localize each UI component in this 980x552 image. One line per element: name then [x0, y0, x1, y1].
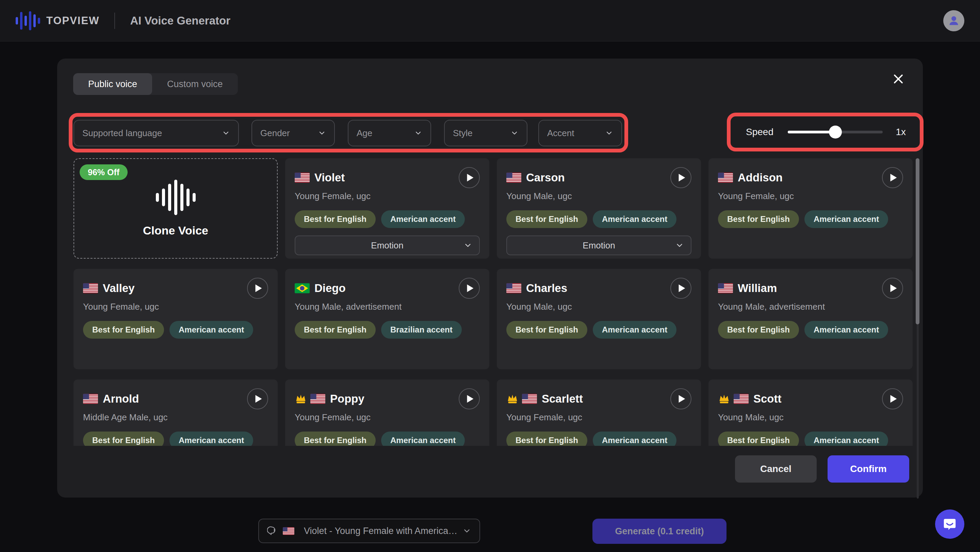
- voice-card-violet[interactable]: Violet Young Female, ugc Best for Englis…: [285, 158, 489, 259]
- play-icon: [889, 173, 898, 182]
- best-for-tag: Best for English: [295, 210, 375, 228]
- play-voice-button[interactable]: [670, 167, 692, 188]
- voice-description: Young Male, ugc: [718, 412, 903, 423]
- accent-tag: American accent: [381, 431, 465, 446]
- voice-name: Poppy: [330, 392, 364, 405]
- voice-card-charles[interactable]: Charles Young Male, ugc Best for English…: [497, 269, 701, 369]
- voice-tags: Best for English American accent: [295, 210, 480, 228]
- play-voice-button[interactable]: [459, 388, 480, 409]
- best-for-tag: Best for English: [506, 210, 587, 228]
- emotion-label: Emotion: [371, 240, 403, 251]
- filter-accent[interactable]: Accent: [538, 120, 622, 146]
- accent-tag: American accent: [593, 431, 676, 446]
- premium-crown-icon: [718, 393, 730, 405]
- filter-label: Age: [356, 128, 372, 138]
- voice-tags: Best for English American accent: [295, 431, 480, 446]
- play-icon: [466, 395, 474, 403]
- play-voice-button[interactable]: [882, 278, 903, 299]
- topview-logo-icon: [16, 11, 40, 31]
- voice-name: Valley: [103, 282, 135, 295]
- chevron-down-icon: [463, 527, 471, 535]
- speed-slider[interactable]: [788, 131, 883, 134]
- filter-age[interactable]: Age: [348, 120, 431, 146]
- emotion-label: Emotion: [582, 240, 615, 251]
- cancel-button[interactable]: Cancel: [735, 455, 817, 483]
- voice-description: Young Male, advertisement: [295, 302, 480, 312]
- filter-label: Supported language: [82, 128, 162, 138]
- play-voice-button[interactable]: [670, 278, 692, 299]
- accent-tag: Brazilian accent: [381, 321, 462, 339]
- play-voice-button[interactable]: [247, 388, 268, 409]
- best-for-tag: Best for English: [83, 321, 164, 339]
- play-icon: [678, 173, 686, 182]
- voice-description: Middle Age Male, ugc: [83, 412, 268, 423]
- voice-card-addison[interactable]: Addison Young Female, ugc Best for Engli…: [708, 158, 913, 259]
- speed-value: 1x: [896, 127, 906, 137]
- play-voice-button[interactable]: [882, 167, 903, 188]
- best-for-tag: Best for English: [718, 321, 799, 339]
- emotion-select[interactable]: Emotion: [295, 235, 480, 255]
- voice-card-valley[interactable]: Valley Young Female, ugc Best for Englis…: [73, 269, 278, 369]
- speaking-head-icon: [267, 525, 278, 536]
- voice-card-poppy[interactable]: Poppy Young Female, ugc Best for English…: [285, 379, 489, 446]
- voice-description: Young Female, ugc: [718, 191, 903, 202]
- chevron-down-icon: [414, 129, 422, 137]
- voice-name: Scarlett: [542, 392, 583, 405]
- flag-us-icon: [718, 283, 733, 293]
- play-icon: [889, 284, 898, 293]
- voice-name: William: [738, 282, 777, 295]
- speed-slider-thumb[interactable]: [829, 126, 842, 138]
- chevron-down-icon: [675, 241, 684, 250]
- chat-bubble-icon: [942, 516, 958, 532]
- filter-label: Accent: [547, 128, 574, 138]
- flag-br-icon: [295, 283, 310, 293]
- voice-tags: Best for English Brazilian accent: [295, 321, 480, 339]
- filter-supported-language[interactable]: Supported language: [73, 120, 239, 146]
- chat-support-button[interactable]: [935, 509, 964, 539]
- voice-card-diego[interactable]: Diego Young Male, advertisement Best for…: [285, 269, 489, 369]
- premium-crown-icon: [506, 393, 519, 405]
- best-for-tag: Best for English: [506, 431, 587, 446]
- header-divider: [115, 13, 115, 29]
- confirm-button[interactable]: Confirm: [827, 455, 909, 483]
- close-modal-button[interactable]: [890, 71, 907, 87]
- filter-style[interactable]: Style: [444, 120, 527, 146]
- filter-gender[interactable]: Gender: [251, 120, 335, 146]
- play-icon: [255, 284, 263, 293]
- voice-card-william[interactable]: William Young Male, advertisement Best f…: [708, 269, 913, 369]
- voice-description: Young Male, ugc: [506, 302, 692, 312]
- play-voice-button[interactable]: [882, 388, 903, 409]
- flag-us-icon: [733, 394, 749, 404]
- voice-name: Charles: [526, 282, 567, 295]
- play-voice-button[interactable]: [670, 388, 692, 409]
- best-for-tag: Best for English: [83, 431, 164, 446]
- emotion-select[interactable]: Emotion: [506, 235, 692, 255]
- voice-card-scarlett[interactable]: Scarlett Young Female, ugc Best for Engl…: [497, 379, 701, 446]
- flag-us-icon: [522, 394, 537, 404]
- best-for-tag: Best for English: [718, 210, 799, 228]
- scrollbar-thumb[interactable]: [916, 158, 920, 325]
- voice-card-scott[interactable]: Scott Young Male, ugc Best for English A…: [708, 379, 913, 446]
- generate-button[interactable]: Generate (0.1 credit): [592, 519, 727, 544]
- clone-voice-card[interactable]: 96% Off Clone Voice: [73, 158, 278, 259]
- flag-us-icon: [83, 283, 98, 293]
- play-voice-button[interactable]: [247, 278, 268, 299]
- play-voice-button[interactable]: [459, 278, 480, 299]
- chevron-down-icon: [605, 129, 613, 137]
- voice-card-carson[interactable]: Carson Young Male, ugc Best for English …: [497, 158, 701, 259]
- voice-description: Young Female, ugc: [295, 191, 480, 202]
- tab-public-voice[interactable]: Public voice: [73, 73, 152, 95]
- speed-control: Speed 1x: [734, 119, 916, 145]
- flag-us-icon: [295, 173, 310, 183]
- voice-description: Young Female, ugc: [83, 302, 268, 312]
- flag-us-icon: [83, 394, 98, 404]
- flag-us-icon: [310, 394, 325, 404]
- selected-voice-dropdown[interactable]: Violet - Young Female with American...: [258, 519, 480, 543]
- voice-tags: Best for English American accent: [506, 210, 692, 228]
- play-voice-button[interactable]: [459, 167, 480, 188]
- chevron-down-icon: [511, 129, 519, 137]
- selected-voice-text: Violet - Young Female with American...: [304, 526, 458, 536]
- voice-card-arnold[interactable]: Arnold Middle Age Male, ugc Best for Eng…: [73, 379, 278, 446]
- tab-custom-voice[interactable]: Custom voice: [152, 73, 238, 95]
- user-avatar[interactable]: [943, 10, 964, 31]
